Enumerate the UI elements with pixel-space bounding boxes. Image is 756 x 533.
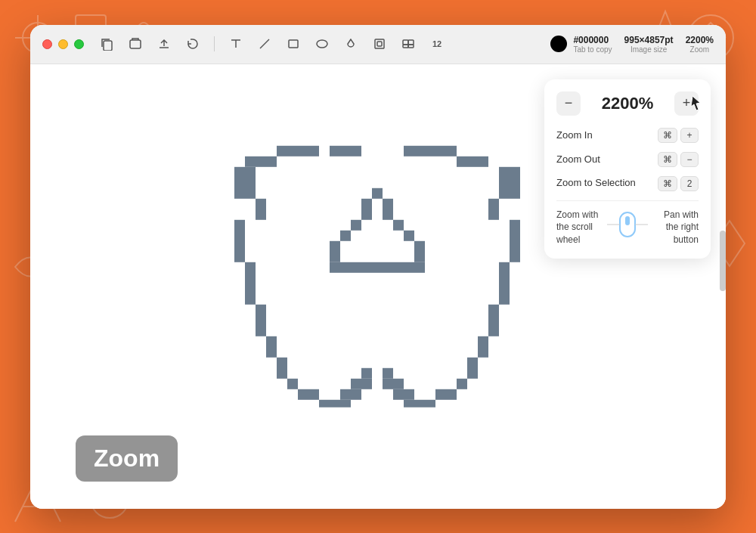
- app-window: 12 #000000 Tab to copy 995×4857pt Image …: [30, 25, 726, 509]
- canvas-heart: [234, 135, 522, 410]
- zoom-selection-shortcut: ⌘ 2: [658, 176, 699, 191]
- svg-rect-16: [289, 40, 298, 48]
- zoom-selection-row: Zoom to Selection ⌘ 2: [556, 175, 699, 193]
- undo-icon[interactable]: [185, 36, 200, 51]
- svg-rect-45: [478, 336, 488, 357]
- svg-rect-52: [351, 378, 372, 389]
- history-icon[interactable]: [128, 36, 143, 51]
- svg-rect-42: [319, 399, 330, 407]
- svg-rect-40: [287, 378, 298, 389]
- zoom-out-cmd-key: ⌘: [658, 152, 677, 167]
- svg-rect-21: [408, 40, 414, 45]
- svg-rect-48: [435, 389, 457, 399]
- svg-rect-44: [488, 304, 499, 336]
- svg-rect-31: [256, 198, 266, 219]
- scroll-zoom-section: Zoom with the scroll wheel Pan with the: [556, 209, 699, 246]
- svg-rect-35: [510, 219, 520, 262]
- zoom-panel: − 2200% + Zoom In ⌘ +: [544, 79, 711, 259]
- ellipse-tool-icon[interactable]: [314, 36, 330, 51]
- zoom-in-button[interactable]: +: [674, 91, 699, 116]
- zoom-out-row: Zoom Out ⌘ −: [556, 150, 699, 169]
- svg-rect-46: [467, 357, 478, 378]
- zoom-out-label: Zoom Out: [556, 153, 658, 165]
- svg-rect-23: [408, 45, 414, 48]
- component-tool-icon[interactable]: [401, 36, 416, 51]
- svg-rect-22: [403, 45, 408, 48]
- toolbar-right: #000000 Tab to copy 995×4857pt Image siz…: [550, 35, 714, 54]
- svg-rect-67: [330, 262, 351, 272]
- zoom-in-cmd-key: ⌘: [658, 128, 677, 143]
- rectangle-tool-icon[interactable]: [286, 36, 301, 51]
- fill-tool-icon[interactable]: [343, 36, 358, 51]
- svg-rect-27: [404, 145, 435, 156]
- scroll-pan-label: Pan with the right button: [655, 209, 699, 246]
- zoom-out-button[interactable]: −: [556, 91, 581, 116]
- svg-rect-58: [361, 198, 372, 219]
- toolbar: 12: [99, 36, 541, 51]
- svg-rect-65: [330, 240, 340, 262]
- svg-rect-49: [425, 399, 435, 407]
- svg-rect-60: [383, 198, 393, 219]
- svg-rect-25: [245, 156, 277, 166]
- color-copy-hint: Tab to copy: [573, 45, 612, 54]
- zoom-display[interactable]: 2200% Zoom: [686, 35, 714, 54]
- scrollbar[interactable]: [720, 231, 726, 291]
- svg-rect-62: [393, 219, 404, 230]
- svg-rect-18: [375, 39, 384, 48]
- image-size-value: 995×4857pt: [624, 35, 674, 45]
- svg-rect-36: [245, 262, 256, 304]
- heart-shape: [234, 135, 522, 407]
- svg-rect-37: [256, 304, 266, 336]
- color-indicator[interactable]: #000000 Tab to copy: [550, 35, 612, 54]
- svg-rect-29: [435, 145, 457, 156]
- svg-rect-57: [383, 367, 393, 378]
- svg-rect-38: [266, 336, 277, 357]
- svg-rect-59: [372, 187, 383, 198]
- svg-rect-56: [383, 378, 404, 389]
- svg-rect-24: [277, 145, 319, 156]
- svg-rect-68: [404, 262, 425, 272]
- traffic-lights: [42, 39, 84, 49]
- svg-rect-11: [104, 41, 112, 51]
- zoom-out-shortcut: ⌘ −: [658, 152, 699, 167]
- scroll-zoom-label: Zoom with the scroll wheel: [556, 209, 600, 246]
- svg-line-15: [260, 39, 269, 48]
- upload-icon[interactable]: [156, 36, 172, 51]
- svg-rect-39: [277, 357, 287, 378]
- text-tool-icon[interactable]: [228, 36, 243, 51]
- panel-divider: [556, 200, 699, 201]
- svg-rect-50: [330, 399, 351, 407]
- zoom-percent-value: 2200%: [686, 35, 714, 45]
- svg-rect-19: [377, 42, 382, 46]
- svg-rect-34: [488, 198, 499, 219]
- zoom-in-row: Zoom In ⌘ +: [556, 126, 699, 144]
- image-size-label: Image size: [624, 45, 674, 54]
- color-swatch: [550, 36, 567, 52]
- zoom-in-label: Zoom In: [556, 129, 658, 141]
- svg-rect-61: [351, 219, 361, 230]
- zoom-badge-text: Zoom: [94, 445, 160, 472]
- svg-point-17: [317, 40, 327, 48]
- mouse-diagram: [607, 209, 648, 246]
- zoom-in-shortcut: ⌘ +: [658, 128, 699, 143]
- svg-rect-32: [234, 219, 245, 262]
- layers-count-badge[interactable]: 12: [429, 36, 445, 51]
- zoom-out-key: −: [680, 152, 699, 167]
- close-button[interactable]: [42, 39, 52, 49]
- copy-icon[interactable]: [99, 36, 114, 51]
- pen-tool-icon[interactable]: [257, 36, 272, 51]
- svg-rect-30: [234, 166, 256, 198]
- svg-rect-64: [404, 230, 414, 240]
- zoom-badge: Zoom: [76, 435, 178, 482]
- minimize-button[interactable]: [58, 39, 68, 49]
- svg-rect-28: [457, 156, 488, 166]
- svg-rect-71: [625, 216, 630, 225]
- canvas-area[interactable]: Zoom − 2200% + Zoom In ⌘: [30, 64, 726, 509]
- frame-tool-icon[interactable]: [372, 36, 387, 51]
- svg-rect-69: [351, 262, 404, 272]
- image-size-display: 995×4857pt Image size: [624, 35, 674, 54]
- svg-rect-20: [403, 40, 408, 45]
- fullscreen-button[interactable]: [74, 39, 84, 49]
- svg-rect-66: [414, 240, 425, 262]
- svg-rect-51: [340, 389, 361, 399]
